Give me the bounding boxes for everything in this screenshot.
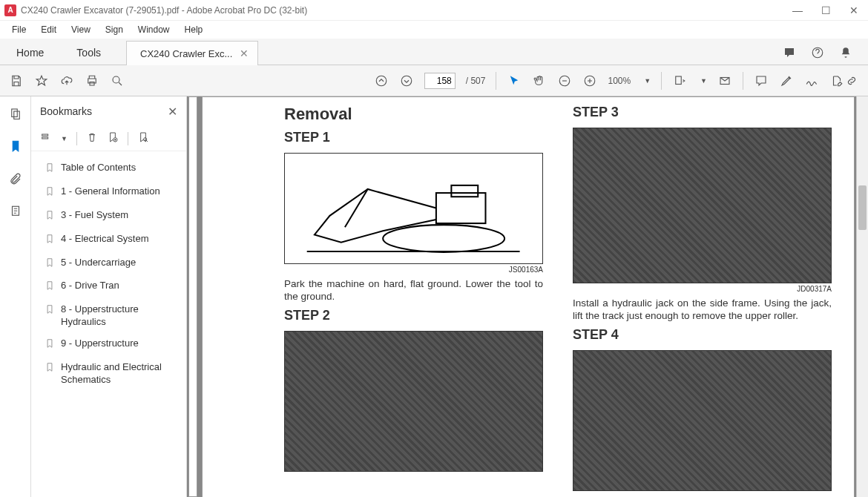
bookmark-item-icon bbox=[45, 257, 55, 271]
page-up-icon[interactable] bbox=[374, 73, 389, 88]
doc-paragraph: Install a hydraulic jack on the side fra… bbox=[573, 297, 832, 323]
bookmark-find-icon[interactable] bbox=[137, 131, 149, 145]
bookmark-item-icon bbox=[45, 162, 55, 177]
bell-icon[interactable] bbox=[838, 45, 853, 60]
bookmark-item[interactable]: Table of Contents bbox=[31, 157, 186, 181]
read-mode-icon[interactable] bbox=[717, 73, 732, 88]
bookmark-item-icon bbox=[45, 186, 55, 200]
star-icon[interactable] bbox=[34, 73, 49, 88]
link-icon[interactable] bbox=[844, 73, 859, 88]
bookmarks-options-icon[interactable] bbox=[40, 131, 52, 145]
tab-document[interactable]: CX240 Crawler Exc... ✕ bbox=[126, 41, 258, 65]
menu-sign[interactable]: Sign bbox=[99, 23, 129, 36]
zoom-level-label: 100% bbox=[608, 76, 631, 86]
hand-tool-icon[interactable] bbox=[532, 73, 547, 88]
toolbar: / 507 100% ▼ ▼ bbox=[0, 65, 868, 96]
share-icon[interactable] bbox=[782, 45, 797, 60]
svg-rect-16 bbox=[436, 194, 486, 224]
doc-paragraph: Park the machine on hard, flat ground. L… bbox=[284, 278, 543, 303]
sign-icon[interactable] bbox=[804, 73, 819, 88]
doc-image-code: JD00317A bbox=[573, 285, 832, 293]
vertical-scrollbar[interactable] bbox=[856, 96, 868, 497]
attachments-icon[interactable] bbox=[7, 171, 24, 187]
doc-image-code: JS00163A bbox=[284, 266, 543, 274]
bookmark-label: 9 - Upperstructure bbox=[61, 338, 139, 350]
bookmarks-icon[interactable] bbox=[7, 138, 24, 154]
svg-rect-11 bbox=[42, 134, 48, 136]
select-tool-icon[interactable] bbox=[507, 73, 522, 88]
tab-tools[interactable]: Tools bbox=[60, 41, 117, 65]
zoom-out-icon[interactable] bbox=[557, 73, 572, 88]
bookmark-label: 5 - Undercarriage bbox=[61, 257, 136, 269]
save-icon[interactable] bbox=[9, 73, 24, 88]
bookmark-item[interactable]: 4 - Electrical System bbox=[31, 228, 186, 252]
bookmarks-options-caret[interactable]: ▼ bbox=[61, 135, 68, 142]
bookmark-item-icon bbox=[45, 338, 55, 352]
bookmark-item[interactable]: 8 - Upperstructure Hydraulics bbox=[31, 299, 186, 333]
fit-page-icon[interactable] bbox=[672, 73, 687, 88]
pdf-page: Removal STEP 1 JS00163A Park the machine… bbox=[202, 96, 855, 497]
window-title: CX240 Crawler Excavator (7-29051).pdf - … bbox=[21, 5, 307, 16]
menu-help[interactable]: Help bbox=[179, 23, 209, 36]
bookmark-label: Hydraulic and Electrical Schematics bbox=[61, 361, 176, 386]
app-icon: A bbox=[4, 4, 16, 16]
tab-home[interactable]: Home bbox=[0, 41, 60, 65]
svg-point-1 bbox=[113, 76, 119, 83]
close-button[interactable]: ✕ bbox=[844, 4, 864, 16]
menu-window[interactable]: Window bbox=[132, 23, 176, 36]
menu-view[interactable]: View bbox=[65, 23, 96, 36]
edit-icon[interactable] bbox=[829, 73, 844, 88]
bookmark-label: 8 - Upperstructure Hydraulics bbox=[61, 303, 176, 329]
bookmark-delete-icon[interactable] bbox=[86, 131, 98, 145]
thumbnails-icon[interactable] bbox=[7, 105, 24, 122]
previous-page-edge bbox=[188, 96, 197, 497]
scrollbar-thumb[interactable] bbox=[858, 185, 867, 230]
bookmarks-toolbar: ▼ bbox=[31, 126, 186, 151]
search-icon[interactable] bbox=[110, 73, 125, 88]
svg-point-15 bbox=[384, 226, 505, 253]
title-bar: A CX240 Crawler Excavator (7-29051).pdf … bbox=[0, 0, 868, 21]
doc-figure-photo bbox=[573, 350, 832, 491]
bookmark-item[interactable]: 1 - General Information bbox=[31, 181, 186, 205]
top-tabs: Home Tools CX240 Crawler Exc... ✕ bbox=[0, 39, 868, 65]
zoom-dropdown-icon[interactable]: ▼ bbox=[644, 77, 651, 85]
svg-point-2 bbox=[376, 76, 387, 86]
tab-document-label: CX240 Crawler Exc... bbox=[140, 48, 232, 59]
minimize-button[interactable]: — bbox=[788, 4, 807, 16]
menu-edit[interactable]: Edit bbox=[35, 23, 62, 36]
page-total-label: / 507 bbox=[466, 76, 486, 86]
doc-step-heading: STEP 4 bbox=[573, 327, 832, 343]
help-icon[interactable] bbox=[810, 45, 825, 60]
doc-step-heading: STEP 3 bbox=[573, 105, 832, 120]
bookmark-item[interactable]: 5 - Undercarriage bbox=[31, 252, 186, 276]
bookmark-item[interactable]: 9 - Upperstructure bbox=[31, 333, 186, 357]
bookmarks-close-icon[interactable]: ✕ bbox=[168, 105, 177, 119]
doc-heading: Removal bbox=[284, 105, 543, 124]
doc-step-heading: STEP 2 bbox=[284, 308, 543, 323]
svg-point-3 bbox=[401, 76, 412, 86]
svg-rect-9 bbox=[13, 111, 19, 119]
bookmark-label: Table of Contents bbox=[61, 162, 136, 174]
tab-close-icon[interactable]: ✕ bbox=[240, 47, 249, 59]
layers-icon[interactable] bbox=[7, 203, 24, 220]
zoom-in-icon[interactable] bbox=[582, 73, 597, 88]
bookmark-item[interactable]: 6 - Drive Tran bbox=[31, 275, 186, 299]
bookmark-item-icon bbox=[45, 210, 55, 224]
print-icon[interactable] bbox=[85, 73, 99, 88]
bookmarks-panel: Bookmarks ✕ ▼ Table of Contents 1 - Gene… bbox=[31, 96, 187, 497]
document-viewport[interactable]: Removal STEP 1 JS00163A Park the machine… bbox=[187, 96, 868, 497]
page-number-input[interactable] bbox=[424, 73, 456, 89]
highlight-icon[interactable] bbox=[779, 73, 794, 88]
menu-file[interactable]: File bbox=[6, 23, 32, 36]
bookmark-add-icon[interactable] bbox=[107, 131, 119, 145]
svg-rect-17 bbox=[452, 185, 479, 197]
cloud-upload-icon[interactable] bbox=[59, 73, 74, 88]
svg-rect-12 bbox=[42, 137, 48, 139]
bookmark-item[interactable]: Hydraulic and Electrical Schematics bbox=[31, 357, 186, 391]
content-area: Bookmarks ✕ ▼ Table of Contents 1 - Gene… bbox=[0, 96, 868, 497]
bookmark-item[interactable]: 3 - Fuel System bbox=[31, 205, 186, 228]
page-down-icon[interactable] bbox=[399, 73, 414, 88]
comment-icon[interactable] bbox=[754, 73, 769, 88]
maximize-button[interactable]: ☐ bbox=[816, 4, 835, 16]
fit-dropdown-icon[interactable]: ▼ bbox=[700, 77, 707, 85]
